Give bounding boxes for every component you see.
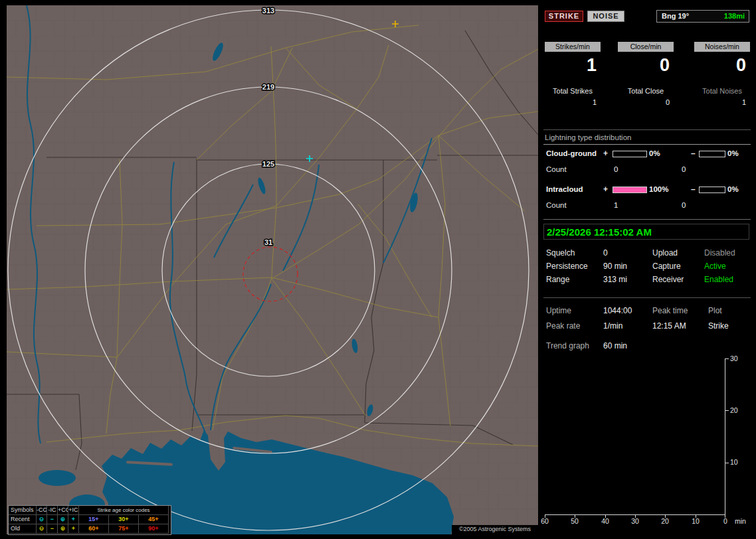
ic-minus-pct: 0% bbox=[727, 185, 739, 193]
age-30: 30+ bbox=[109, 515, 139, 524]
map-area: 313 219 125 31 bbox=[7, 5, 538, 534]
divider bbox=[543, 219, 751, 220]
noise-indicator-button[interactable]: NOISE bbox=[587, 11, 624, 22]
copyright-text: ©2005 Astrogenic Systems bbox=[452, 525, 538, 534]
peak-rate-value: 1/min bbox=[603, 321, 622, 331]
plot-label: Plot bbox=[708, 306, 722, 315]
ic-plus-bar bbox=[613, 187, 647, 193]
cg-count-plus: 0 bbox=[614, 165, 618, 173]
ring-label-125: 125 bbox=[262, 160, 274, 168]
uptime-label: Uptime bbox=[546, 306, 571, 315]
cloud-ground-label: Cloud-ground bbox=[546, 149, 597, 157]
legend-col-pos-ic: +IC bbox=[68, 506, 79, 515]
cg-minus-pct: 0% bbox=[727, 149, 739, 157]
strike-indicator-button[interactable]: STRIKE bbox=[545, 11, 583, 22]
total-strikes-label: Total Strikes bbox=[545, 87, 601, 96]
trend-graph bbox=[545, 358, 725, 515]
datetime-value: 2/25/2026 12:15:02 AM bbox=[547, 226, 652, 238]
old-neg-ic-icon: − bbox=[47, 524, 58, 534]
strikes-per-min-header: Strikes/min bbox=[545, 42, 601, 52]
graph-x-20: 20 bbox=[658, 517, 672, 525]
total-strikes-value: 1 bbox=[545, 98, 601, 107]
capture-label: Capture bbox=[652, 262, 681, 271]
peak-time-value: 12:15 AM bbox=[652, 321, 686, 331]
total-close-value: 0 bbox=[618, 98, 674, 107]
bearing-distance: 138mi bbox=[724, 11, 745, 22]
datetime-box: 2/25/2026 12:15:02 AM bbox=[543, 224, 749, 240]
age-90: 90+ bbox=[139, 524, 169, 534]
total-close-label: Total Close bbox=[618, 87, 674, 96]
old-pos-ic-icon: + bbox=[68, 524, 79, 534]
age-45: 45+ bbox=[139, 515, 169, 524]
ring-label-219: 219 bbox=[262, 83, 274, 91]
peak-time-label: Peak time bbox=[652, 306, 688, 315]
range-label: Range bbox=[546, 275, 569, 284]
ring-label-31: 31 bbox=[264, 238, 272, 246]
close-per-min-value: 0 bbox=[618, 54, 674, 76]
graph-x-60: 60 bbox=[537, 517, 552, 525]
graph-x-50: 50 bbox=[567, 517, 582, 525]
divider bbox=[543, 144, 751, 145]
cg-plus-bar bbox=[613, 151, 647, 157]
plot-value: Strike bbox=[708, 321, 729, 331]
ic-count-label: Count bbox=[546, 201, 567, 209]
ic-minus-bar bbox=[699, 187, 725, 193]
uptime-value: 1044:00 bbox=[603, 306, 632, 315]
legend-symbols-header: Symbols bbox=[9, 506, 37, 515]
status-panel: STRIKE NOISE Bng 19° 138mi Strikes/min C… bbox=[543, 0, 756, 539]
strikes-per-min-value: 1 bbox=[545, 54, 601, 76]
squelch-value: 0 bbox=[603, 248, 608, 258]
upload-value: Disabled bbox=[704, 248, 735, 258]
graph-y-10: 10 bbox=[730, 458, 742, 466]
recent-neg-ic-icon: − bbox=[47, 515, 58, 524]
intracloud-label: Intracloud bbox=[546, 185, 583, 193]
receiver-label: Receiver bbox=[652, 275, 684, 284]
old-neg-cg-icon: ⊖ bbox=[37, 524, 47, 534]
divider bbox=[543, 129, 751, 130]
ic-count-minus: 0 bbox=[682, 201, 686, 209]
trend-graph-label: Trend graph bbox=[546, 341, 589, 350]
legend-row-old-label: Old bbox=[9, 524, 37, 534]
graph-x-0: 0 bbox=[718, 517, 733, 525]
total-noises-label: Total Noises bbox=[694, 87, 750, 96]
bearing-value: Bng 19° bbox=[662, 11, 689, 22]
cg-minus-bar bbox=[699, 151, 725, 157]
legend-row-recent-label: Recent bbox=[9, 515, 37, 524]
plus-sign: + bbox=[603, 149, 608, 158]
distribution-title: Lightning type distribution bbox=[545, 133, 631, 141]
graph-x-10: 10 bbox=[688, 517, 703, 525]
map-legend: Symbols -CG -IC +CG +IC Strike age color… bbox=[8, 505, 171, 535]
squelch-label: Squelch bbox=[546, 248, 575, 258]
old-pos-cg-icon: ⊕ bbox=[58, 524, 68, 534]
ring-label-313: 313 bbox=[262, 7, 274, 15]
age-60: 60+ bbox=[79, 524, 109, 534]
divider bbox=[543, 297, 751, 298]
upload-label: Upload bbox=[652, 248, 678, 258]
plus-sign: + bbox=[603, 185, 608, 194]
recent-pos-ic-icon: + bbox=[68, 515, 79, 524]
graph-x-40: 40 bbox=[598, 517, 613, 525]
receiver-value: Enabled bbox=[704, 275, 733, 284]
legend-age-header: Strike age color codes bbox=[79, 506, 169, 515]
graph-x-unit: min bbox=[735, 517, 746, 525]
peak-rate-label: Peak rate bbox=[546, 321, 580, 331]
graph-x-30: 30 bbox=[628, 517, 642, 525]
trend-graph-value: 60 min bbox=[603, 341, 627, 350]
bearing-box: Bng 19° 138mi bbox=[656, 10, 749, 23]
cg-count-label: Count bbox=[546, 165, 567, 173]
noises-per-min-header: Noises/min bbox=[694, 42, 750, 52]
recent-pos-cg-icon: ⊕ bbox=[58, 515, 68, 524]
graph-y-30: 30 bbox=[730, 354, 742, 362]
cg-count-minus: 0 bbox=[682, 165, 686, 173]
minus-sign: – bbox=[691, 185, 696, 194]
legend-col-pos-cg: +CG bbox=[58, 506, 68, 515]
recent-neg-cg-icon: ⊖ bbox=[37, 515, 47, 524]
graph-y-20: 20 bbox=[730, 406, 742, 414]
cg-plus-pct: 0% bbox=[649, 149, 660, 157]
persistence-label: Persistence bbox=[546, 262, 588, 271]
ic-count-plus: 1 bbox=[614, 201, 618, 209]
close-per-min-header: Close/min bbox=[618, 42, 674, 52]
map-canvas: 313 219 125 31 bbox=[7, 5, 538, 534]
capture-value: Active bbox=[704, 262, 726, 271]
noises-per-min-value: 0 bbox=[694, 54, 750, 76]
